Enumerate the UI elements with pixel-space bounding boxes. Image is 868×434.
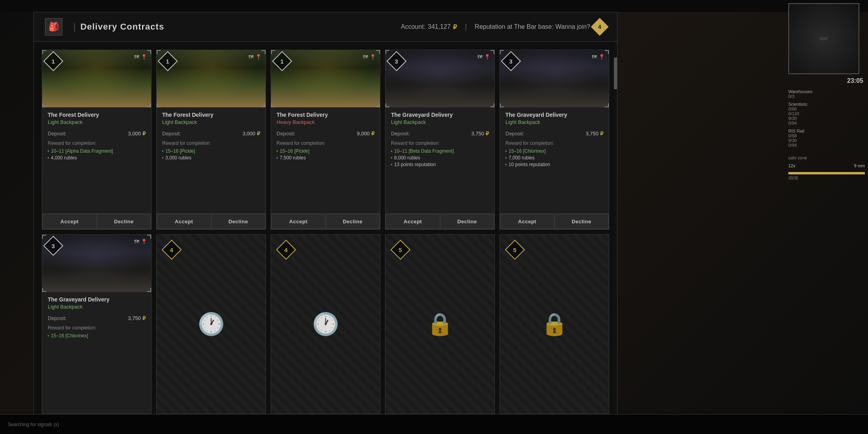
minimap-placeholder: MAP xyxy=(819,37,828,41)
minimap: MAP xyxy=(788,3,859,74)
card-footer-2: Accept Decline xyxy=(157,213,266,229)
corner-br-3 xyxy=(376,103,380,107)
scrollbar[interactable] xyxy=(614,42,617,422)
contract-card-1: 1 🗺 📍 The Forest Delivery Light Backpack… xyxy=(42,50,152,230)
ruble-4: ₽ xyxy=(486,131,489,137)
map-icon-2: 🗺 📍 xyxy=(249,54,262,60)
slot-num-6: 3 xyxy=(52,242,55,249)
reward-text-3-1: 15–16 [Pickle] xyxy=(280,148,309,154)
stat-warehouses-val: 0/3 xyxy=(788,94,794,99)
ruble-2: ₽ xyxy=(257,131,260,137)
accept-button-4[interactable]: Accept xyxy=(385,214,440,229)
reputation-value: 4 xyxy=(598,24,601,30)
corner-tr-3 xyxy=(376,50,380,54)
decline-button-5[interactable]: Decline xyxy=(554,214,609,229)
deposit-row-4: Deposit: 3,750 ₽ xyxy=(391,131,489,137)
card-title-area-2: The Forest Delivery Light Backpack xyxy=(157,107,266,127)
card-footer-4: Accept Decline xyxy=(385,213,494,229)
reward-text-2-2: 3,000 rubles xyxy=(165,155,191,161)
ammo2: 9 mm xyxy=(854,163,865,168)
map-icon-6: 🗺 📍 xyxy=(134,239,147,245)
card-locked-9: 🔒 xyxy=(385,235,494,414)
timer-icon-7: 🕐 xyxy=(198,311,225,337)
corner-bl-6 xyxy=(42,288,46,292)
stat-risrail-val2: 9/30 xyxy=(788,138,797,143)
card-sub-title-5: Light Backpack xyxy=(505,119,603,125)
backpack-icon: 🎒 xyxy=(49,22,59,32)
map-icon-1: 🗺 📍 xyxy=(134,54,147,60)
header-icon: 🎒 xyxy=(45,18,62,36)
card-title-area-3: The Forest Delivery Heavy Backpack xyxy=(271,107,380,127)
deposit-amount-2: 3,000 ₽ xyxy=(242,131,260,137)
stat-warehouses-label: Warehouses xyxy=(788,89,812,94)
decline-button-1[interactable]: Decline xyxy=(97,214,152,229)
corner-bl-5 xyxy=(500,103,504,107)
progress-bar-bg xyxy=(788,172,865,174)
corner-br-6 xyxy=(147,288,151,292)
card-sub-title-3: Heavy Backpack xyxy=(277,119,374,125)
safe-zone-label: safe zone xyxy=(788,155,865,160)
header-right: Account: 341,127 ₽ | Reputation at The B… xyxy=(401,21,606,33)
ammo-display: 12x 9 mm xyxy=(788,163,865,168)
card-sub-title-4: Light Backpack xyxy=(391,119,489,125)
card-image-2: 1 🗺 📍 xyxy=(157,50,266,107)
header-divider: | xyxy=(73,22,76,32)
reward-item-5-3: 10 points reputation xyxy=(505,162,603,167)
decline-button-2[interactable]: Decline xyxy=(211,214,266,229)
map-icon-5: 🗺 📍 xyxy=(592,54,605,60)
reward-text-4-2: 8,000 rubles xyxy=(394,155,420,161)
card-title-area-4: The Graveyard Delivery Light Backpack xyxy=(385,107,494,127)
reward-item-4-3: 13 points reputation xyxy=(391,162,489,167)
decline-button-3[interactable]: Decline xyxy=(326,214,380,229)
corner-tl-4 xyxy=(385,50,389,54)
slot-badge-3: 1 xyxy=(272,51,292,71)
reputation-diamond: 4 xyxy=(591,18,608,36)
contract-card-7: 4 🕐 xyxy=(156,234,266,414)
contracts-grid: 1 🗺 📍 The Forest Delivery Light Backpack… xyxy=(34,42,617,422)
corner-tl-6 xyxy=(42,235,46,239)
location-dot-6: 📍 xyxy=(141,239,147,245)
card-timer-7: 🕐 xyxy=(157,235,266,414)
deposit-row-1: Deposit: 3,000 ₽ xyxy=(48,131,146,137)
corner-tr-2 xyxy=(262,50,266,54)
reward-item-1-1: 10–11 [Alpha Data Fragment] xyxy=(48,148,146,154)
contract-card-10: 5 🔒 xyxy=(499,234,609,414)
accept-button-5[interactable]: Accept xyxy=(500,214,554,229)
deposit-amount-6: 3,750 ₽ xyxy=(128,315,146,321)
stat-risrail-label: RIS Rail xyxy=(788,129,804,133)
reward-item-5-2: 7,000 rubles xyxy=(505,155,603,161)
corner-br-2 xyxy=(262,103,266,107)
corner-tr-6 xyxy=(147,235,151,239)
scrollbar-thumb[interactable] xyxy=(614,58,617,89)
corner-bl-4 xyxy=(385,103,389,107)
bottom-text: Searching for signals (x) xyxy=(8,422,59,427)
location-dot-4: 📍 xyxy=(484,54,490,60)
accept-button-2[interactable]: Accept xyxy=(157,214,211,229)
reward-text-4-3: 13 points reputation xyxy=(394,162,436,167)
deposit-row-6: Deposit: 3,750 ₽ xyxy=(48,315,146,321)
reward-item-3-2: 7,500 rubles xyxy=(277,155,374,161)
deposit-amount-4: 3,750 ₽ xyxy=(471,131,489,137)
account-amount: 341,127 xyxy=(428,23,451,30)
header-title: Delivery Contracts xyxy=(80,22,164,32)
reward-item-4-2: 8,000 rubles xyxy=(391,155,489,161)
slot-badge-1: 1 xyxy=(43,51,64,71)
corner-tr-5 xyxy=(605,50,609,54)
map-glyph-1: 🗺 xyxy=(134,54,139,60)
map-glyph-6: 🗺 xyxy=(134,239,139,245)
card-main-title-3: The Forest Delivery xyxy=(277,111,374,118)
accept-button-3[interactable]: Accept xyxy=(271,214,326,229)
top-bar xyxy=(0,0,868,12)
accept-button-1[interactable]: Accept xyxy=(42,214,97,229)
map-glyph-2: 🗺 xyxy=(249,54,254,60)
slot-num-5: 3 xyxy=(509,58,513,65)
decline-button-4[interactable]: Decline xyxy=(440,214,495,229)
ammo1: 12x xyxy=(788,163,795,168)
account-balance: Account: 341,127 ₽ xyxy=(401,23,457,31)
header-sep: | xyxy=(465,22,467,32)
card-footer-3: Accept Decline xyxy=(271,213,380,229)
card-body-4: Deposit: 3,750 ₽ Reward for completion: … xyxy=(385,127,494,213)
progress-bar-fill xyxy=(788,172,865,174)
map-glyph-5: 🗺 xyxy=(592,54,597,60)
corner-tl-3 xyxy=(271,50,275,54)
